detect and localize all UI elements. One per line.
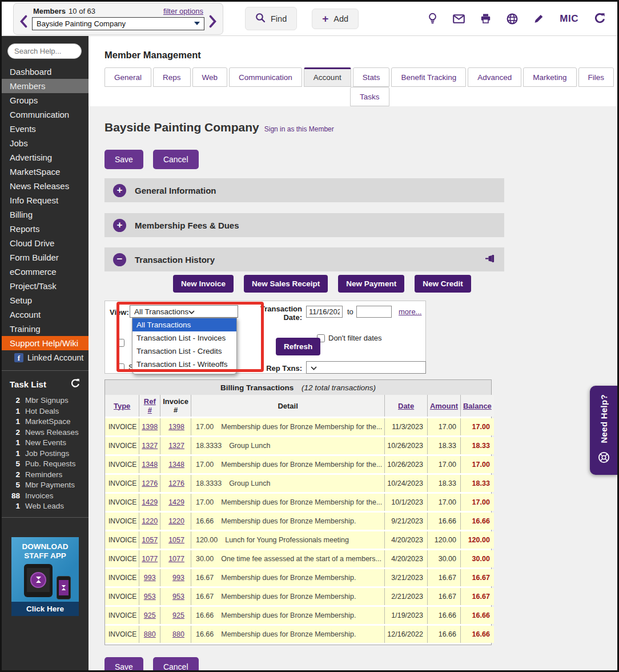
sidebar-nav-item[interactable]: Reports — [2, 222, 89, 236]
ref-number-link[interactable]: 1327 — [142, 442, 158, 450]
tab[interactable]: General — [104, 67, 151, 87]
invoice-number-link[interactable]: 1429 — [168, 498, 184, 506]
staff-app-click-here[interactable]: Click Here — [11, 602, 79, 616]
ref-number-link[interactable]: 1077 — [142, 555, 158, 563]
save-button[interactable]: Save — [104, 150, 143, 169]
sidebar-nav-item[interactable]: Events — [2, 122, 89, 136]
ref-number-link[interactable]: 880 — [144, 630, 156, 638]
staff-app-banner[interactable]: DOWNLOAD STAFF APP — [11, 537, 79, 616]
previous-member-button[interactable] — [19, 15, 27, 30]
globe-icon[interactable] — [507, 13, 518, 25]
filter-options-link[interactable]: filter options — [163, 7, 203, 15]
sidebar-nav-item[interactable]: Project/Task — [2, 279, 89, 293]
ref-number-link[interactable]: 1348 — [142, 461, 158, 469]
find-button[interactable]: Find — [245, 7, 297, 30]
invoice-number-link[interactable]: 1220 — [168, 517, 184, 525]
refresh-icon[interactable] — [594, 13, 606, 25]
envelope-icon[interactable] — [453, 14, 465, 23]
sidebar-nav-item[interactable]: Support Help/Wiki — [2, 336, 89, 350]
cancel-button[interactable]: Cancel — [153, 150, 199, 169]
tab[interactable]: Advanced — [468, 67, 521, 87]
next-member-button[interactable] — [209, 15, 217, 30]
invoice-number-link[interactable]: 1057 — [168, 536, 184, 544]
sort-date-link[interactable]: Date — [398, 402, 414, 410]
sidebar-nav-item[interactable]: Setup — [2, 293, 89, 307]
date-to-input[interactable] — [356, 306, 392, 318]
task-list-item[interactable]: 2 Mbr Signups — [2, 395, 89, 406]
section-transaction-history[interactable]: − Transaction History — [104, 247, 504, 271]
minus-circle-icon[interactable]: − — [113, 253, 126, 266]
sidebar-nav-item[interactable]: Cloud Drive — [2, 236, 89, 250]
more-link[interactable]: more... — [399, 307, 421, 316]
sidebar-nav-item[interactable]: News Releases — [2, 179, 89, 193]
save-button[interactable]: Save — [104, 657, 143, 672]
tab[interactable]: Reps — [153, 67, 191, 87]
sidebar-nav-item[interactable]: Advertising — [2, 150, 89, 165]
sidebar-nav-item[interactable]: eCommerce — [2, 265, 89, 279]
sidebar-nav-item[interactable]: Form Builder — [2, 250, 89, 265]
invoice-number-link[interactable]: 1327 — [168, 442, 184, 450]
task-list-item[interactable]: 1 MarketSpace — [2, 417, 89, 427]
sort-type-link[interactable]: Type — [114, 402, 130, 410]
sidebar-nav-item[interactable]: MarketSpace — [2, 165, 89, 179]
sidebar-nav-item[interactable]: Communication — [2, 107, 89, 122]
invoice-number-link[interactable]: 1348 — [168, 461, 184, 469]
task-list-item[interactable]: 88 Invoices — [2, 491, 89, 502]
task-list-refresh-button[interactable] — [70, 378, 81, 390]
invoice-number-link[interactable]: 953 — [172, 593, 184, 601]
sidebar-nav-item[interactable]: Info Request — [2, 193, 89, 207]
ref-number-link[interactable]: 993 — [144, 574, 156, 582]
cancel-button[interactable]: Cancel — [153, 657, 199, 672]
invoice-number-link[interactable]: 993 — [172, 574, 184, 582]
ref-number-link[interactable]: 925 — [144, 611, 156, 619]
sidebar-nav-item[interactable]: Billing — [2, 207, 89, 222]
tab[interactable]: Communication — [229, 67, 302, 87]
lightbulb-icon[interactable] — [428, 13, 437, 25]
view-select-option[interactable]: Transaction List - Credits — [132, 345, 236, 358]
task-list-item[interactable]: 2 Reminders — [2, 470, 89, 481]
plus-circle-icon[interactable]: + — [113, 184, 126, 197]
date-from-input[interactable] — [306, 306, 343, 318]
task-list-item[interactable]: 1 Job Postings — [2, 449, 89, 459]
invoice-number-link[interactable]: 925 — [172, 611, 184, 619]
view-select-option[interactable]: Transaction List - Invoices — [132, 331, 236, 345]
sidebar-item-linked-account[interactable]: f Linked Account — [2, 350, 89, 365]
ref-number-link[interactable]: 1220 — [142, 517, 158, 525]
sign-in-as-member-link[interactable]: Sign in as this Member — [264, 125, 334, 133]
sidebar-nav-item[interactable]: Training — [2, 322, 89, 336]
sort-amount-link[interactable]: Amount — [430, 402, 458, 410]
task-list-item[interactable]: 1 Web Leads — [2, 501, 89, 512]
plus-circle-icon[interactable]: + — [113, 219, 126, 232]
task-list-item[interactable]: 2 News Releases — [2, 427, 89, 438]
mic-menu[interactable]: MIC — [560, 13, 578, 25]
task-list-item[interactable]: 5 Mbr Payments — [2, 480, 89, 491]
invoice-number-link[interactable]: 1077 — [168, 555, 184, 563]
sidebar-nav-item[interactable]: Groups — [2, 93, 89, 107]
tab[interactable]: Marketing — [523, 67, 576, 87]
task-list-item[interactable]: 1 New Events — [2, 438, 89, 449]
section-membership-fees[interactable]: + Membership Fees & Dues — [104, 213, 504, 237]
pin-section-button[interactable] — [484, 254, 496, 265]
task-list-item[interactable]: 1 Hot Deals — [2, 406, 89, 417]
sidebar-nav-item[interactable]: Jobs — [2, 136, 89, 150]
tab[interactable]: Files — [578, 67, 614, 87]
ref-number-link[interactable]: 953 — [144, 593, 156, 601]
sidebar-nav-item[interactable]: Account — [2, 307, 89, 322]
rep-txns-select[interactable] — [306, 361, 426, 374]
printer-icon[interactable] — [480, 13, 491, 24]
tab[interactable]: Stats — [353, 67, 390, 87]
tab[interactable]: Web — [192, 67, 228, 87]
add-button[interactable]: + Add — [312, 9, 359, 29]
task-list-item[interactable]: 5 Pub. Requests — [2, 459, 89, 470]
tab[interactable]: Benefit Tracking — [391, 67, 466, 87]
new-transaction-button[interactable]: New Credit — [415, 275, 471, 293]
section-general-information[interactable]: + General Information — [104, 178, 504, 202]
view-select-option[interactable]: Transaction List - Writeoffs — [132, 358, 236, 371]
invoice-number-link[interactable]: 1398 — [168, 423, 184, 431]
tab-tasks[interactable]: Tasks — [350, 87, 389, 106]
invoice-number-link[interactable]: 880 — [172, 630, 184, 638]
search-help-input[interactable] — [7, 43, 82, 59]
sort-ref-link[interactable]: Ref # — [144, 397, 156, 414]
ref-number-link[interactable]: 1398 — [142, 423, 158, 431]
ref-number-link[interactable]: 1429 — [142, 498, 158, 506]
